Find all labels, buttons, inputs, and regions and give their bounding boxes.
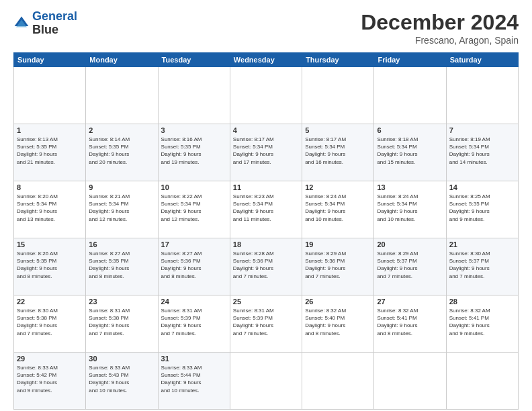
calendar-week-row <box>14 67 519 124</box>
calendar-table: Sunday Monday Tuesday Wednesday Thursday… <box>13 52 519 410</box>
day-number: 2 <box>89 126 154 134</box>
day-info: Sunrise: 8:17 AM Sunset: 5:34 PM Dayligh… <box>305 136 371 166</box>
table-row: 26Sunrise: 8:32 AM Sunset: 5:40 PM Dayli… <box>302 295 374 353</box>
table-row <box>14 67 86 124</box>
table-row: 29Sunrise: 8:33 AM Sunset: 5:42 PM Dayli… <box>14 353 86 410</box>
header: General Blue December 2024 Frescano, Ara… <box>13 10 519 46</box>
logo-icon <box>13 15 30 32</box>
day-info: Sunrise: 8:16 AM Sunset: 5:35 PM Dayligh… <box>161 136 227 166</box>
day-info: Sunrise: 8:32 AM Sunset: 5:40 PM Dayligh… <box>305 307 371 337</box>
col-friday: Friday <box>374 53 446 67</box>
table-row: 22Sunrise: 8:30 AM Sunset: 5:38 PM Dayli… <box>14 295 86 353</box>
calendar-week-row: 29Sunrise: 8:33 AM Sunset: 5:42 PM Dayli… <box>14 353 519 410</box>
table-row: 21Sunrise: 8:30 AM Sunset: 5:37 PM Dayli… <box>446 238 518 295</box>
day-info: Sunrise: 8:21 AM Sunset: 5:34 PM Dayligh… <box>89 193 154 223</box>
table-row <box>374 67 446 124</box>
day-number: 1 <box>17 126 83 134</box>
day-number: 31 <box>161 355 227 363</box>
table-row: 11Sunrise: 8:23 AM Sunset: 5:34 PM Dayli… <box>230 181 302 238</box>
calendar-week-row: 15Sunrise: 8:26 AM Sunset: 5:35 PM Dayli… <box>14 238 519 295</box>
logo-blue: Blue <box>32 24 77 37</box>
col-sunday: Sunday <box>14 53 86 67</box>
day-number: 28 <box>449 298 515 306</box>
logo-text: General Blue <box>32 10 77 37</box>
logo-general: General <box>32 9 77 23</box>
table-row <box>446 353 518 410</box>
table-row <box>158 67 230 124</box>
day-info: Sunrise: 8:31 AM Sunset: 5:38 PM Dayligh… <box>89 307 154 337</box>
main-title: December 2024 <box>361 10 519 35</box>
day-info: Sunrise: 8:30 AM Sunset: 5:37 PM Dayligh… <box>449 250 515 280</box>
day-number: 23 <box>89 298 154 306</box>
day-number: 20 <box>377 240 443 248</box>
table-row: 28Sunrise: 8:32 AM Sunset: 5:41 PM Dayli… <box>446 295 518 353</box>
table-row <box>230 353 302 410</box>
table-row: 27Sunrise: 8:32 AM Sunset: 5:41 PM Dayli… <box>374 295 446 353</box>
table-row: 15Sunrise: 8:26 AM Sunset: 5:35 PM Dayli… <box>14 238 86 295</box>
table-row: 5Sunrise: 8:17 AM Sunset: 5:34 PM Daylig… <box>302 124 374 181</box>
col-thursday: Thursday <box>302 53 374 67</box>
day-number: 11 <box>233 183 299 191</box>
calendar-week-row: 1Sunrise: 8:13 AM Sunset: 5:35 PM Daylig… <box>14 124 519 181</box>
table-row <box>302 353 374 410</box>
calendar-week-row: 8Sunrise: 8:20 AM Sunset: 5:34 PM Daylig… <box>14 181 519 238</box>
table-row: 24Sunrise: 8:31 AM Sunset: 5:39 PM Dayli… <box>158 295 230 353</box>
day-number: 7 <box>449 126 515 134</box>
table-row: 20Sunrise: 8:29 AM Sunset: 5:37 PM Dayli… <box>374 238 446 295</box>
day-number: 14 <box>449 183 515 191</box>
col-monday: Monday <box>86 53 158 67</box>
day-number: 5 <box>305 126 371 134</box>
day-number: 16 <box>89 240 154 248</box>
page: General Blue December 2024 Frescano, Ara… <box>0 0 532 411</box>
col-wednesday: Wednesday <box>230 53 302 67</box>
day-info: Sunrise: 8:18 AM Sunset: 5:34 PM Dayligh… <box>377 136 443 166</box>
day-info: Sunrise: 8:17 AM Sunset: 5:34 PM Dayligh… <box>233 136 299 166</box>
subtitle: Frescano, Aragon, Spain <box>361 35 519 46</box>
day-number: 4 <box>233 126 299 134</box>
table-row: 30Sunrise: 8:33 AM Sunset: 5:43 PM Dayli… <box>86 353 158 410</box>
table-row: 3Sunrise: 8:16 AM Sunset: 5:35 PM Daylig… <box>158 124 230 181</box>
table-row: 4Sunrise: 8:17 AM Sunset: 5:34 PM Daylig… <box>230 124 302 181</box>
table-row: 1Sunrise: 8:13 AM Sunset: 5:35 PM Daylig… <box>14 124 86 181</box>
table-row: 13Sunrise: 8:24 AM Sunset: 5:34 PM Dayli… <box>374 181 446 238</box>
table-row: 2Sunrise: 8:14 AM Sunset: 5:35 PM Daylig… <box>86 124 158 181</box>
day-info: Sunrise: 8:30 AM Sunset: 5:38 PM Dayligh… <box>17 307 83 337</box>
table-row <box>86 67 158 124</box>
day-info: Sunrise: 8:14 AM Sunset: 5:35 PM Dayligh… <box>89 136 154 166</box>
day-info: Sunrise: 8:31 AM Sunset: 5:39 PM Dayligh… <box>161 307 227 337</box>
day-number: 15 <box>17 240 83 248</box>
day-info: Sunrise: 8:26 AM Sunset: 5:35 PM Dayligh… <box>17 250 83 280</box>
day-number: 3 <box>161 126 227 134</box>
day-number: 26 <box>305 298 371 306</box>
table-row: 9Sunrise: 8:21 AM Sunset: 5:34 PM Daylig… <box>86 181 158 238</box>
table-row: 16Sunrise: 8:27 AM Sunset: 5:35 PM Dayli… <box>86 238 158 295</box>
day-info: Sunrise: 8:29 AM Sunset: 5:37 PM Dayligh… <box>377 250 443 280</box>
day-number: 29 <box>17 355 83 363</box>
day-number: 25 <box>233 298 299 306</box>
table-row: 19Sunrise: 8:29 AM Sunset: 5:36 PM Dayli… <box>302 238 374 295</box>
calendar-week-row: 22Sunrise: 8:30 AM Sunset: 5:38 PM Dayli… <box>14 295 519 353</box>
day-info: Sunrise: 8:24 AM Sunset: 5:34 PM Dayligh… <box>305 193 371 223</box>
table-row <box>230 67 302 124</box>
table-row <box>374 353 446 410</box>
day-number: 24 <box>161 298 227 306</box>
day-number: 18 <box>233 240 299 248</box>
day-number: 8 <box>17 183 83 191</box>
table-row: 18Sunrise: 8:28 AM Sunset: 5:36 PM Dayli… <box>230 238 302 295</box>
day-number: 22 <box>17 298 83 306</box>
table-row: 14Sunrise: 8:25 AM Sunset: 5:35 PM Dayli… <box>446 181 518 238</box>
day-info: Sunrise: 8:22 AM Sunset: 5:34 PM Dayligh… <box>161 193 227 223</box>
calendar-header-row: Sunday Monday Tuesday Wednesday Thursday… <box>14 53 519 67</box>
day-number: 30 <box>89 355 154 363</box>
table-row: 31Sunrise: 8:33 AM Sunset: 5:44 PM Dayli… <box>158 353 230 410</box>
day-info: Sunrise: 8:24 AM Sunset: 5:34 PM Dayligh… <box>377 193 443 223</box>
title-block: December 2024 Frescano, Aragon, Spain <box>361 10 519 46</box>
day-number: 27 <box>377 298 443 306</box>
day-number: 17 <box>161 240 227 248</box>
day-info: Sunrise: 8:33 AM Sunset: 5:43 PM Dayligh… <box>89 364 154 394</box>
day-info: Sunrise: 8:13 AM Sunset: 5:35 PM Dayligh… <box>17 136 83 166</box>
table-row <box>302 67 374 124</box>
day-number: 9 <box>89 183 154 191</box>
day-info: Sunrise: 8:28 AM Sunset: 5:36 PM Dayligh… <box>233 250 299 280</box>
col-saturday: Saturday <box>446 53 518 67</box>
